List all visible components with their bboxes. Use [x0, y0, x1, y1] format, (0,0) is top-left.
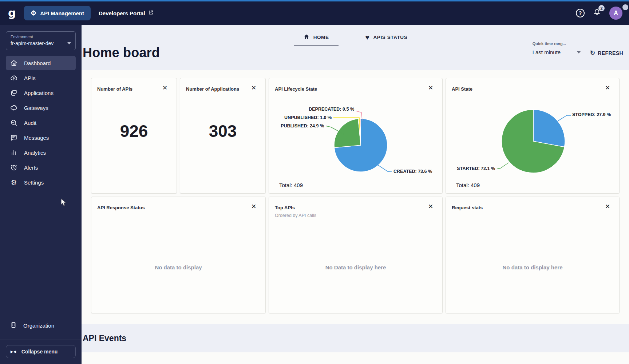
chevron-down-icon [67, 42, 71, 44]
sidebar-item-dashboard[interactable]: Dashboard [6, 56, 76, 70]
collapse-icon: ▶◀ [11, 350, 16, 353]
bar-chart-icon [9, 148, 18, 157]
sidebar-item-applications[interactable]: Applications [6, 86, 76, 100]
sidebar-item-label: Messages [24, 135, 49, 141]
sidebar-item-organization[interactable]: Organization [0, 311, 82, 340]
pie-label-created: CREATED: 73.6 % [393, 169, 432, 174]
api-events-title: API Events [83, 333, 126, 343]
sidebar-item-label: APIs [24, 75, 36, 81]
collapse-menu-label: Collapse menu [21, 349, 58, 355]
pie-leader-line [558, 115, 571, 121]
pie-total: Total: 409 [279, 182, 303, 188]
sidebar-item-label: Analytics [24, 150, 46, 156]
page-title: Home board [83, 45, 160, 60]
pie-label-deprecated: DEPRECATED: 0.5 % [309, 107, 354, 112]
sidebar-item-settings[interactable]: ⚙Settings [6, 175, 76, 190]
time-range-value: Last minute [533, 49, 561, 55]
tab-home[interactable]: HOME [294, 31, 339, 46]
card-number-of-apis: Number of APIs ✕ 926 [91, 78, 177, 194]
sidebar-item-alerts[interactable]: Alerts [6, 160, 76, 175]
tab-apis-status-label: APIS STATUS [373, 35, 407, 40]
time-range-select[interactable]: Last minute [533, 49, 581, 57]
top-accent-strip [0, 0, 629, 1]
pie-slice-published [334, 119, 361, 147]
card-number-of-applications: Number of Applications ✕ 303 [180, 78, 266, 194]
sidebar-item-analytics[interactable]: Analytics [6, 145, 76, 160]
cloud-icon [9, 103, 18, 112]
tab-apis-status[interactable]: ♥ APIS STATUS [356, 31, 417, 46]
apis-count: 926 [91, 121, 177, 141]
sidebar-item-messages[interactable]: Messages [6, 130, 76, 145]
sidebar-item-label: Settings [24, 179, 44, 186]
developers-portal-link[interactable]: Developers Portal [99, 10, 154, 16]
card-title: API Lifecycle State [275, 86, 317, 92]
notifications-button[interactable]: 2 [593, 8, 601, 18]
card-api-response-status: API Response Status ✕ No data to display [91, 197, 266, 313]
pie-slice-stopped [533, 110, 565, 147]
pie-label-stopped: STOPPED: 27.9 % [572, 112, 611, 117]
sidebar-item-audit[interactable]: Audit [6, 115, 76, 130]
card-api-lifecycle-state: API Lifecycle State ✕ CREATED: 73.6 %PUB… [269, 78, 443, 194]
api-lifecycle-pie-chart: CREATED: 73.6 %PUBLISHED: 24.9 %UNPUBLIS… [269, 91, 443, 181]
api-management-label: API Management [40, 10, 84, 16]
refresh-icon: ↻ [590, 50, 596, 56]
empty-state-text: No data to display [91, 264, 265, 270]
sidebar-item-apis[interactable]: APIs [6, 71, 76, 85]
alarm-icon [9, 163, 18, 172]
sidebar-item-label: Audit [24, 120, 36, 126]
gravitee-logo: g [8, 8, 24, 19]
card-title: Number of Applications [186, 86, 239, 92]
refresh-button[interactable]: ↻ REFRESH [590, 50, 623, 57]
api-events-section: API Events [82, 324, 629, 352]
time-controls: Quick time rang... Last minute ↻ REFRESH [533, 41, 623, 57]
sidebar-item-label: Applications [24, 90, 54, 96]
close-icon[interactable]: ✕ [161, 84, 169, 91]
pie-leader-line [377, 165, 392, 172]
dashboard-grid: Number of APIs ✕ 926 Number of Applicati… [91, 78, 620, 313]
notification-badge: 2 [598, 5, 605, 11]
message-icon [9, 133, 18, 142]
close-icon[interactable]: ✕ [427, 84, 434, 91]
home-icon [303, 33, 310, 41]
audit-icon [9, 118, 18, 127]
environment-select[interactable]: Environment fr-apim-master-dev [6, 31, 76, 50]
close-icon[interactable]: ✕ [427, 203, 434, 210]
environment-value: fr-apim-master-dev [11, 40, 54, 46]
card-top-apis: Top APIs Ordered by API calls ✕ No Data … [269, 197, 443, 313]
close-icon[interactable]: ✕ [604, 84, 611, 91]
card-title: API Response Status [97, 205, 145, 210]
help-icon[interactable]: ? [576, 9, 585, 17]
applications-count: 303 [180, 121, 265, 141]
avatar[interactable]: A [609, 7, 622, 20]
gear-icon: ⚙ [31, 10, 36, 16]
pie-total: Total: 409 [456, 182, 480, 188]
bell-icon [593, 12, 601, 18]
building-icon [9, 321, 17, 330]
developers-portal-label: Developers Portal [99, 10, 145, 16]
card-api-state: API State ✕ STOPPED: 27.9 %STARTED: 72.1… [446, 78, 620, 194]
collapse-menu-button[interactable]: ▶◀ Collapse menu [6, 345, 76, 358]
card-subtitle: Ordered by API calls [275, 213, 316, 218]
external-link-icon [148, 10, 154, 16]
topbar-actions: ? 2 A [576, 7, 622, 20]
avatar-initial: A [614, 10, 618, 16]
card-title: Request stats [452, 205, 483, 210]
sidebar-menu: DashboardAPIsApplicationsGatewaysAuditMe… [0, 55, 82, 190]
card-title: Number of APIs [97, 86, 132, 92]
topbar: g ⚙ API Management Developers Portal ? 2… [0, 1, 629, 25]
chevron-down-icon [577, 51, 581, 54]
empty-state-text: No data to display here [446, 264, 619, 270]
sidebar-item-gateways[interactable]: Gateways [6, 100, 76, 115]
close-icon[interactable]: ✕ [250, 84, 257, 91]
api-management-button[interactable]: ⚙ API Management [24, 6, 91, 20]
pie-label-published: PUBLISHED: 24.9 % [281, 123, 324, 128]
close-icon[interactable]: ✕ [604, 203, 611, 210]
pie-label-unpublished: UNPUBLISHED: 1.0 % [284, 115, 332, 120]
sidebar-item-label: Dashboard [24, 60, 51, 66]
card-request-stats: Request stats ✕ No data to display here [446, 197, 620, 313]
status-dot [622, 4, 628, 10]
organization-label: Organization [23, 323, 54, 329]
applications-icon [9, 88, 18, 97]
close-icon[interactable]: ✕ [250, 203, 257, 210]
home-icon [9, 59, 18, 67]
